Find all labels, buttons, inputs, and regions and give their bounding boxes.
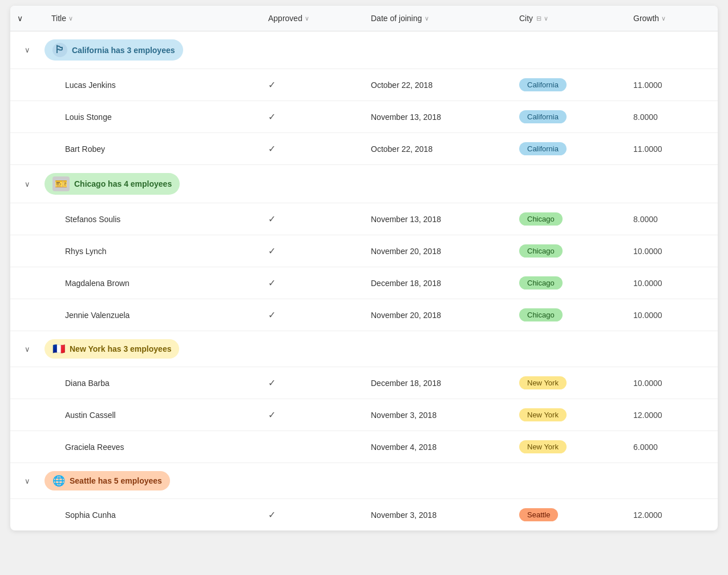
employee-city: Chicago [512,276,626,289]
table-header: ∨ Title ∨ Approved ∨ Date of joining ∨ C… [10,6,718,31]
group-badge-container-california: 🏳California has 3 employees [45,39,718,61]
employee-growth: 12.0000 [626,510,718,520]
group-flag-newyork: 🇫🇷 [52,343,65,355]
group-label-seattle: Seattle has 5 employees [70,476,162,485]
employee-city: New York [512,440,626,453]
employee-city: California [512,78,626,91]
group-badge-california[interactable]: 🏳California has 3 employees [45,39,183,61]
group-flag-chicago: 🎫 [52,176,70,191]
employee-city: California [512,110,626,123]
table-row: Stefanos Soulis✓November 13, 2018Chicago… [10,203,718,235]
employee-date: November 20, 2018 [364,311,512,320]
group-label-newyork: New York has 3 employees [70,344,171,353]
employee-date: October 22, 2018 [364,144,512,154]
group-badge-chicago[interactable]: 🎫Chicago has 4 employees [45,173,180,195]
table-row: Rhys Lynch✓November 20, 2018Chicago10.00… [10,235,718,267]
growth-sort-icon[interactable]: ∨ [661,15,666,22]
approved-sort-icon[interactable]: ∨ [305,15,309,22]
employee-growth: 8.0000 [626,112,718,122]
city-badge: California [519,78,567,91]
employee-city: Chicago [512,244,626,258]
table-row: Graciela ReevesNovember 4, 2018New York6… [10,431,718,463]
employee-city: Seattle [512,508,626,521]
employee-name: Diana Barba [45,379,261,388]
employee-approved: ✓ [261,409,364,420]
table-row: Sophia Cunha✓November 3, 2018Seattle12.0… [10,499,718,530]
header-growth-label: Growth [633,14,659,23]
city-badge: California [519,142,567,155]
header-date[interactable]: Date of joining ∨ [364,14,512,23]
city-badge: New York [519,408,567,421]
header-growth[interactable]: Growth ∨ [626,14,718,23]
employee-date: November 4, 2018 [364,443,512,452]
employee-name: Austin Cassell [45,411,261,420]
group-badge-newyork[interactable]: 🇫🇷New York has 3 employees [45,339,179,359]
city-badge: Chicago [519,212,563,226]
group-badge-container-chicago: 🎫Chicago has 4 employees [45,173,718,195]
group-toggle-seattle[interactable]: ∨ [10,477,45,485]
employee-growth: 10.0000 [626,379,718,388]
city-badge: Chicago [519,276,563,289]
employee-name: Sophia Cunha [45,510,261,520]
city-badge: Chicago [519,308,563,321]
employee-date: October 22, 2018 [364,81,512,90]
header-city-label: City [519,14,533,23]
employee-approved: ✓ [261,79,364,90]
header-title[interactable]: Title ∨ [45,14,261,23]
table-row: Austin Cassell✓November 3, 2018New York1… [10,399,718,431]
employee-date: November 13, 2018 [364,112,512,122]
employee-name: Bart Robey [45,144,261,154]
employee-growth: 10.0000 [626,279,718,288]
employee-growth: 10.0000 [626,247,718,256]
employee-date: November 20, 2018 [364,247,512,256]
header-date-label: Date of joining [371,14,422,23]
city-sort-icon[interactable]: ∨ [544,15,548,22]
table-row: Magdalena Brown✓December 18, 2018Chicago… [10,267,718,299]
header-title-label: Title [51,14,66,23]
group-flag-california: 🏳 [52,43,67,57]
employee-growth: 6.0000 [626,443,718,452]
city-badge: Seattle [519,508,558,521]
table-row: Jennie Valenzuela✓November 20, 2018Chica… [10,299,718,331]
employee-name: Rhys Lynch [45,247,261,256]
group-row-chicago: ∨🎫Chicago has 4 employees [10,165,718,203]
main-table: ∨ Title ∨ Approved ∨ Date of joining ∨ C… [10,6,718,530]
table-row: Lucas Jenkins✓October 22, 2018California… [10,69,718,101]
employee-approved: ✓ [261,246,364,256]
employee-name: Louis Stonge [45,112,261,122]
group-badge-seattle[interactable]: 🌐Seattle has 5 employees [45,471,170,490]
employee-growth: 11.0000 [626,81,718,90]
header-expand-col[interactable]: ∨ [10,14,45,23]
employee-approved: ✓ [261,377,364,388]
group-badge-container-seattle: 🌐Seattle has 5 employees [45,471,718,490]
employee-growth: 11.0000 [626,144,718,154]
city-filter-icon[interactable]: ⊟ [536,15,541,22]
employee-name: Graciela Reeves [45,443,261,452]
employee-date: November 3, 2018 [364,411,512,420]
city-badge: Chicago [519,244,563,258]
title-sort-icon[interactable]: ∨ [68,15,73,22]
group-toggle-california[interactable]: ∨ [10,46,45,54]
group-badge-container-newyork: 🇫🇷New York has 3 employees [45,339,718,359]
group-label-california: California has 3 employees [72,46,175,55]
group-row-seattle: ∨🌐Seattle has 5 employees [10,463,718,499]
header-approved[interactable]: Approved ∨ [261,14,364,23]
date-sort-icon[interactable]: ∨ [424,15,429,22]
city-badge: New York [519,440,567,453]
employee-city: Chicago [512,308,626,321]
city-badge: California [519,110,567,123]
group-row-newyork: ∨🇫🇷New York has 3 employees [10,331,718,367]
employee-name: Stefanos Soulis [45,215,261,224]
employee-approved: ✓ [261,214,364,224]
employee-city: California [512,142,626,155]
employee-growth: 10.0000 [626,311,718,320]
header-city[interactable]: City ⊟ ∨ [512,14,626,23]
employee-city: Chicago [512,212,626,226]
employee-date: November 13, 2018 [364,215,512,224]
employee-city: New York [512,376,626,389]
table-row: Louis Stonge✓November 13, 2018California… [10,101,718,133]
expand-all-icon[interactable]: ∨ [17,14,23,23]
group-toggle-newyork[interactable]: ∨ [10,345,45,353]
table-row: Bart Robey✓October 22, 2018California11.… [10,133,718,165]
group-toggle-chicago[interactable]: ∨ [10,180,45,188]
